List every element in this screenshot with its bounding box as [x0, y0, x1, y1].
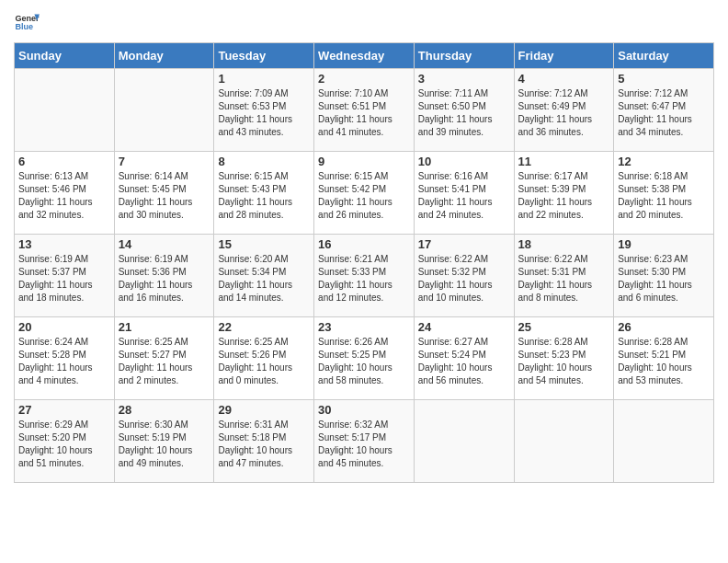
day-number: 19: [618, 237, 710, 251]
day-number: 26: [618, 320, 710, 334]
day-number: 5: [618, 72, 710, 86]
day-info: Sunrise: 7:10 AM Sunset: 6:51 PM Dayligh…: [318, 87, 410, 139]
calendar-week-2: 6Sunrise: 6:13 AM Sunset: 5:46 PM Daylig…: [15, 152, 714, 235]
calendar-cell: 16Sunrise: 6:21 AM Sunset: 5:33 PM Dayli…: [314, 235, 415, 317]
day-info: Sunrise: 6:32 AM Sunset: 5:17 PM Dayligh…: [318, 419, 410, 470]
day-info: Sunrise: 6:21 AM Sunset: 5:33 PM Dayligh…: [318, 253, 410, 304]
day-info: Sunrise: 7:11 AM Sunset: 6:50 PM Dayligh…: [418, 87, 510, 139]
calendar-cell: [15, 69, 115, 152]
day-number: 3: [418, 72, 510, 86]
day-info: Sunrise: 6:24 AM Sunset: 5:28 PM Dayligh…: [18, 336, 110, 387]
day-info: Sunrise: 6:17 AM Sunset: 5:39 PM Dayligh…: [518, 170, 610, 222]
day-number: 6: [18, 155, 110, 168]
day-info: Sunrise: 7:12 AM Sunset: 6:47 PM Dayligh…: [618, 87, 710, 139]
day-info: Sunrise: 6:25 AM Sunset: 5:26 PM Dayligh…: [218, 336, 310, 387]
calendar-cell: 21Sunrise: 6:25 AM Sunset: 5:27 PM Dayli…: [114, 317, 214, 400]
logo: General Blue: [14, 9, 41, 35]
day-info: Sunrise: 6:29 AM Sunset: 5:20 PM Dayligh…: [18, 419, 110, 470]
day-number: 23: [318, 320, 410, 334]
calendar-cell: 19Sunrise: 6:23 AM Sunset: 5:30 PM Dayli…: [614, 235, 714, 317]
day-info: Sunrise: 6:13 AM Sunset: 5:46 PM Dayligh…: [18, 170, 110, 222]
day-number: 12: [618, 155, 710, 168]
calendar-table: SundayMondayTuesdayWednesdayThursdayFrid…: [14, 42, 714, 483]
calendar-cell: 7Sunrise: 6:14 AM Sunset: 5:45 PM Daylig…: [114, 152, 214, 235]
day-number: 17: [418, 237, 510, 251]
calendar-cell: 22Sunrise: 6:25 AM Sunset: 5:26 PM Dayli…: [214, 317, 314, 400]
day-info: Sunrise: 6:22 AM Sunset: 5:32 PM Dayligh…: [418, 253, 510, 304]
dow-header-tuesday: Tuesday: [214, 43, 314, 69]
calendar-cell: 24Sunrise: 6:27 AM Sunset: 5:24 PM Dayli…: [414, 317, 514, 400]
dow-header-wednesday: Wednesday: [314, 43, 415, 69]
day-info: Sunrise: 6:26 AM Sunset: 5:25 PM Dayligh…: [318, 336, 410, 387]
calendar-cell: 5Sunrise: 7:12 AM Sunset: 6:47 PM Daylig…: [614, 69, 714, 152]
calendar-cell: 4Sunrise: 7:12 AM Sunset: 6:49 PM Daylig…: [514, 69, 614, 152]
calendar-cell: 23Sunrise: 6:26 AM Sunset: 5:25 PM Dayli…: [314, 317, 415, 400]
day-info: Sunrise: 7:12 AM Sunset: 6:49 PM Dayligh…: [518, 87, 610, 139]
day-info: Sunrise: 6:19 AM Sunset: 5:36 PM Dayligh…: [119, 253, 210, 304]
day-number: 11: [518, 155, 610, 168]
calendar-week-5: 27Sunrise: 6:29 AM Sunset: 5:20 PM Dayli…: [15, 400, 714, 483]
day-info: Sunrise: 6:15 AM Sunset: 5:43 PM Dayligh…: [218, 170, 310, 222]
dow-header-monday: Monday: [114, 43, 214, 69]
calendar-week-4: 20Sunrise: 6:24 AM Sunset: 5:28 PM Dayli…: [15, 317, 714, 400]
calendar-cell: 8Sunrise: 6:15 AM Sunset: 5:43 PM Daylig…: [214, 152, 314, 235]
day-number: 22: [218, 320, 310, 334]
page-header: General Blue: [14, 9, 714, 35]
day-number: 1: [218, 72, 310, 86]
logo-icon: General Blue: [14, 9, 40, 35]
day-info: Sunrise: 6:15 AM Sunset: 5:42 PM Dayligh…: [318, 170, 410, 222]
calendar-week-3: 13Sunrise: 6:19 AM Sunset: 5:37 PM Dayli…: [15, 235, 714, 317]
day-number: 8: [218, 155, 310, 168]
dow-header-thursday: Thursday: [414, 43, 514, 69]
calendar-cell: 2Sunrise: 7:10 AM Sunset: 6:51 PM Daylig…: [314, 69, 415, 152]
day-number: 18: [518, 237, 610, 251]
day-number: 13: [18, 237, 110, 251]
calendar-body: 1Sunrise: 7:09 AM Sunset: 6:53 PM Daylig…: [15, 69, 714, 483]
calendar-cell: 3Sunrise: 7:11 AM Sunset: 6:50 PM Daylig…: [414, 69, 514, 152]
day-number: 28: [119, 403, 210, 417]
day-info: Sunrise: 6:23 AM Sunset: 5:30 PM Dayligh…: [618, 253, 710, 304]
day-info: Sunrise: 6:19 AM Sunset: 5:37 PM Dayligh…: [18, 253, 110, 304]
day-info: Sunrise: 6:22 AM Sunset: 5:31 PM Dayligh…: [518, 253, 610, 304]
days-of-week-row: SundayMondayTuesdayWednesdayThursdayFrid…: [15, 43, 714, 69]
calendar-cell: [414, 400, 514, 483]
day-info: Sunrise: 6:28 AM Sunset: 5:23 PM Dayligh…: [518, 336, 610, 387]
day-info: Sunrise: 6:31 AM Sunset: 5:18 PM Dayligh…: [218, 419, 310, 470]
day-number: 20: [18, 320, 110, 334]
day-number: 27: [18, 403, 110, 417]
day-number: 15: [218, 237, 310, 251]
day-info: Sunrise: 6:20 AM Sunset: 5:34 PM Dayligh…: [218, 253, 310, 304]
calendar-cell: 29Sunrise: 6:31 AM Sunset: 5:18 PM Dayli…: [214, 400, 314, 483]
day-number: 29: [218, 403, 310, 417]
calendar-cell: 28Sunrise: 6:30 AM Sunset: 5:19 PM Dayli…: [114, 400, 214, 483]
calendar-cell: 11Sunrise: 6:17 AM Sunset: 5:39 PM Dayli…: [514, 152, 614, 235]
calendar-cell: 18Sunrise: 6:22 AM Sunset: 5:31 PM Dayli…: [514, 235, 614, 317]
calendar-week-1: 1Sunrise: 7:09 AM Sunset: 6:53 PM Daylig…: [15, 69, 714, 152]
day-number: 30: [318, 403, 410, 417]
day-info: Sunrise: 6:18 AM Sunset: 5:38 PM Dayligh…: [618, 170, 710, 222]
day-number: 7: [119, 155, 210, 168]
calendar-cell: 25Sunrise: 6:28 AM Sunset: 5:23 PM Dayli…: [514, 317, 614, 400]
day-info: Sunrise: 6:16 AM Sunset: 5:41 PM Dayligh…: [418, 170, 510, 222]
dow-header-saturday: Saturday: [614, 43, 714, 69]
calendar-cell: 9Sunrise: 6:15 AM Sunset: 5:42 PM Daylig…: [314, 152, 415, 235]
day-number: 4: [518, 72, 610, 86]
day-info: Sunrise: 6:28 AM Sunset: 5:21 PM Dayligh…: [618, 336, 710, 387]
day-info: Sunrise: 6:30 AM Sunset: 5:19 PM Dayligh…: [119, 419, 210, 470]
calendar-cell: 17Sunrise: 6:22 AM Sunset: 5:32 PM Dayli…: [414, 235, 514, 317]
day-number: 14: [119, 237, 210, 251]
calendar-cell: 6Sunrise: 6:13 AM Sunset: 5:46 PM Daylig…: [15, 152, 115, 235]
calendar-cell: 14Sunrise: 6:19 AM Sunset: 5:36 PM Dayli…: [114, 235, 214, 317]
dow-header-sunday: Sunday: [15, 43, 115, 69]
calendar-cell: 30Sunrise: 6:32 AM Sunset: 5:17 PM Dayli…: [314, 400, 415, 483]
day-number: 9: [318, 155, 410, 168]
day-info: Sunrise: 6:25 AM Sunset: 5:27 PM Dayligh…: [119, 336, 210, 387]
day-number: 25: [518, 320, 610, 334]
calendar-cell: 20Sunrise: 6:24 AM Sunset: 5:28 PM Dayli…: [15, 317, 115, 400]
calendar-cell: 12Sunrise: 6:18 AM Sunset: 5:38 PM Dayli…: [614, 152, 714, 235]
day-info: Sunrise: 7:09 AM Sunset: 6:53 PM Dayligh…: [218, 87, 310, 139]
day-number: 10: [418, 155, 510, 168]
calendar-cell: 13Sunrise: 6:19 AM Sunset: 5:37 PM Dayli…: [15, 235, 115, 317]
day-info: Sunrise: 6:27 AM Sunset: 5:24 PM Dayligh…: [418, 336, 510, 387]
day-number: 24: [418, 320, 510, 334]
